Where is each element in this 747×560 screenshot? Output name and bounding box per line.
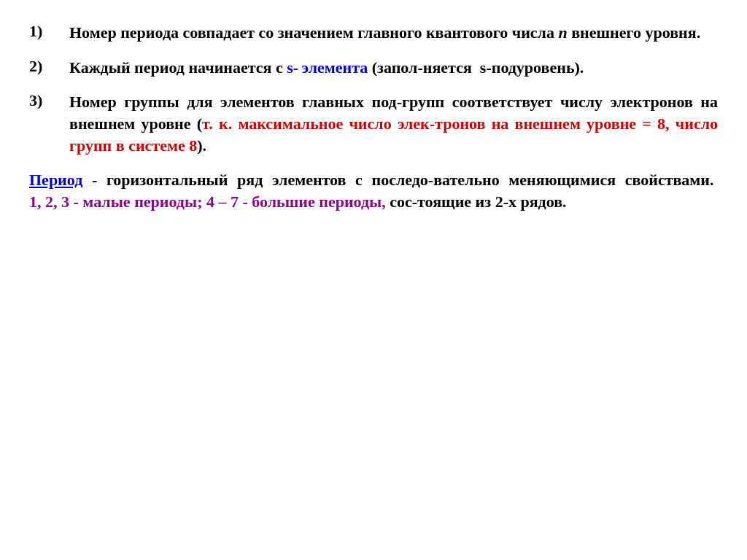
- list-text-3: Номер группы для элементов главных под-г…: [69, 91, 718, 156]
- s-element-label: s- элемента: [287, 58, 368, 77]
- period-definition: Период - горизонтальный ряд элементов с …: [29, 169, 718, 212]
- italic-n: n: [558, 23, 567, 42]
- list-text-2: Каждый период начинается с s- элемента (…: [69, 57, 718, 79]
- periods-small-large: 1, 2, 3 - малые периоды; 4 – 7 - большие…: [29, 192, 386, 211]
- main-content: 1) Номер периода совпадает со значением …: [29, 22, 718, 213]
- list-text-1: Номер периода совпадает со значением гла…: [69, 22, 718, 44]
- period-definition-text: Период - горизонтальный ряд элементов с …: [29, 169, 718, 212]
- red-explanation: т. к. максимальное число элек-тронов на …: [69, 114, 718, 155]
- list-item-1: 1) Номер периода совпадает со значением …: [29, 22, 718, 44]
- list-number-1: 1): [29, 22, 69, 41]
- list-number-2: 2): [29, 57, 69, 76]
- list-number-3: 3): [29, 91, 69, 110]
- period-term: Период: [29, 171, 82, 189]
- list-item-2: 2) Каждый период начинается с s- элемент…: [29, 57, 718, 79]
- list-item-3: 3) Номер группы для элементов главных по…: [29, 91, 718, 156]
